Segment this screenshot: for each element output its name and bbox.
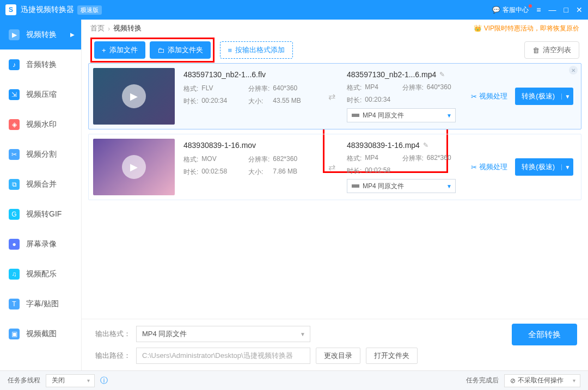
vip-promo-text: VIP限时特惠活动，即将恢复原价 (484, 24, 579, 33)
info-icon[interactable]: ⓘ (100, 376, 108, 386)
sidebar-item-label: 视频转GIF (26, 209, 62, 219)
notification-dot-icon (529, 4, 532, 8)
resolution-value: 682*360 (427, 154, 461, 163)
main: 首页 › 视频转换 👑 VIP限时特惠活动，即将恢复原价 + 添加文件 🗀 添加… (82, 20, 588, 370)
thread-select[interactable]: 关闭 ▾ (46, 374, 95, 387)
file-row[interactable]: ▶ 483597130_nb2-1...6.flv 格式:FLV 分辨率:640… (88, 63, 581, 129)
minimize-button[interactable]: — (549, 5, 556, 14)
format-label: 格式: (183, 84, 198, 94)
source-info: 483597130_nb2-1...6.flv 格式:FLV 分辨率:640*3… (179, 64, 321, 129)
resolution-label: 分辨率: (248, 84, 270, 94)
caret-down-icon[interactable]: ▼ (561, 94, 573, 100)
sidebar-item-split[interactable]: ✂视频分割 (0, 139, 81, 169)
service-center-label: 客服中心 (503, 5, 529, 15)
video-edit-link[interactable]: ✂视频处理 (471, 162, 507, 172)
sidebar-item-label: 视频转换 (26, 30, 57, 40)
after-action-select[interactable]: ⊘ 不采取任何操作 ▾ (504, 374, 580, 387)
add-folder-button[interactable]: 🗀 添加文件夹 (150, 41, 211, 59)
statusbar: 任务多线程 关闭 ▾ ⓘ 任务完成后 ⊘ 不采取任何操作 ▾ (0, 370, 588, 390)
record-icon: ● (9, 239, 20, 250)
swap-icon[interactable]: ⇄ (321, 64, 342, 129)
crown-icon: 👑 (474, 24, 482, 32)
output-format-value: MP4 同原文件 (142, 329, 187, 339)
service-center-link[interactable]: 💬 客服中心 (492, 5, 529, 15)
swap-icon[interactable]: ⇄ (321, 134, 342, 200)
add-file-label: 添加文件 (109, 45, 138, 55)
sidebar-item-subtitle[interactable]: T字幕/贴图 (0, 289, 81, 319)
output-path-label: 输出路径： (93, 351, 131, 361)
output-format-select[interactable]: MP4 同原文件 ▼ (136, 326, 310, 342)
edit-icon[interactable]: ✎ (423, 141, 428, 149)
clear-list-label: 清空列表 (543, 45, 571, 55)
remove-row-button[interactable]: ✕ (569, 66, 578, 75)
list-icon: ≡ (228, 46, 232, 54)
change-dir-button[interactable]: 更改目录 (316, 348, 360, 364)
video-edit-link[interactable]: ✂视频处理 (471, 91, 507, 101)
sidebar-item-merge[interactable]: ⧉视频合并 (0, 169, 81, 199)
thumbnail[interactable]: ▶ (93, 139, 175, 195)
source-filename: 483597130_nb2-1...6.flv (183, 70, 316, 79)
sidebar-item-watermark[interactable]: ◈视频水印 (0, 109, 81, 139)
open-folder-button[interactable]: 打开文件夹 (366, 348, 418, 364)
sidebar-item-music[interactable]: ♫视频配乐 (0, 259, 81, 289)
edit-icon[interactable]: ✎ (439, 71, 445, 78)
duration-value: 00:20:34 (365, 96, 399, 105)
sidebar-item-label: 视频合并 (26, 179, 57, 189)
duration-value: 00:02:58 (365, 166, 399, 176)
merge-icon: ⧉ (9, 179, 20, 190)
format-value: MP4 (365, 83, 399, 92)
chevron-right-icon: ▶ (70, 32, 75, 38)
output-path-input[interactable]: C:\Users\Administrator\Desktop\迅捷视频转换器 (136, 348, 310, 364)
output-format-dropdown[interactable]: MP4 同原文件 ▼ (347, 179, 456, 193)
vip-promo-link[interactable]: 👑 VIP限时特惠活动，即将恢复原价 (474, 24, 579, 33)
video-convert-icon: ▶ (9, 29, 20, 40)
add-folder-label: 添加文件夹 (168, 45, 203, 55)
convert-all-button[interactable]: 全部转换 (512, 324, 577, 345)
sidebar-item-audio-convert[interactable]: ♪音频转换 (0, 49, 81, 79)
caret-down-icon[interactable]: ▼ (561, 164, 573, 170)
sidebar-item-label: 视频截图 (26, 329, 57, 339)
target-info: 483597130_nb2-1...6.mp4✎ 格式:MP4 分辨率:640*… (342, 64, 465, 129)
resolution-label: 分辨率: (402, 83, 424, 92)
target-filename: 483597130_nb2-1...6.mp4 (347, 70, 436, 79)
thumbnail[interactable]: ▶ (93, 68, 175, 125)
output-panel: 输出格式： MP4 同原文件 ▼ 输出路径： C:\Users\Administ… (82, 319, 588, 370)
clear-list-button[interactable]: 🗑 清空列表 (524, 41, 579, 59)
output-format-dropdown[interactable]: MP4 同原文件 ▼ (347, 108, 456, 122)
convert-button[interactable]: 转换(极速) ▼ (515, 88, 573, 105)
split-icon: ✂ (9, 149, 20, 160)
menu-icon[interactable]: ≡ (536, 5, 541, 14)
file-row[interactable]: ▶ 483930839-1-16.mov 格式:MOV 分辨率:682*360 … (88, 134, 581, 200)
video-icon (352, 113, 359, 118)
chevron-right-icon: › (108, 24, 110, 33)
caret-down-icon: ▼ (446, 183, 452, 189)
sidebar-item-label: 音频转换 (26, 60, 57, 70)
breadcrumb-home[interactable]: 首页 (90, 23, 105, 33)
forbidden-icon: ⊘ (510, 377, 516, 385)
sidebar-item-record[interactable]: ●屏幕录像 (0, 229, 81, 259)
convert-label: 转换(极速) (515, 91, 561, 101)
toolbar: + 添加文件 🗀 添加文件夹 ≡ 按输出格式添加 🗑 清空列表 (82, 37, 588, 63)
sidebar-item-video-compress[interactable]: ⇲视频压缩 (0, 79, 81, 109)
format-label: 格式: (183, 155, 198, 164)
video-edit-label: 视频处理 (479, 162, 507, 172)
resolution-value: 682*360 (273, 155, 316, 164)
target-filename: 483930839-1-16.mp4 (347, 141, 420, 150)
app-logo-icon: S (5, 4, 16, 15)
file-list: ▶ 483597130_nb2-1...6.flv 格式:FLV 分辨率:640… (82, 63, 588, 319)
sidebar-item-snapshot[interactable]: ▣视频截图 (0, 319, 81, 349)
maximize-button[interactable]: □ (564, 5, 568, 14)
format-value: FLV (201, 84, 245, 94)
close-button[interactable]: ✕ (576, 5, 583, 14)
sidebar-item-video-convert[interactable]: ▶ 视频转换 ▶ (0, 20, 81, 49)
trash-icon: 🗑 (532, 46, 540, 54)
titlebar: S 迅捷视频转换器 极速版 💬 客服中心 ≡ — □ ✕ (0, 0, 588, 20)
add-file-button[interactable]: + 添加文件 (94, 41, 145, 59)
add-by-format-label: 按输出格式添加 (235, 45, 285, 55)
breadcrumb: 首页 › 视频转换 👑 VIP限时特惠活动，即将恢复原价 (82, 20, 588, 37)
add-by-format-button[interactable]: ≡ 按输出格式添加 (220, 41, 293, 59)
resolution-label: 分辨率: (402, 154, 424, 163)
sidebar: ▶ 视频转换 ▶ ♪音频转换 ⇲视频压缩 ◈视频水印 ✂视频分割 ⧉视频合并 G… (0, 20, 82, 370)
sidebar-item-gif[interactable]: G视频转GIF (0, 199, 81, 229)
convert-button[interactable]: 转换(极速) ▼ (515, 158, 573, 176)
